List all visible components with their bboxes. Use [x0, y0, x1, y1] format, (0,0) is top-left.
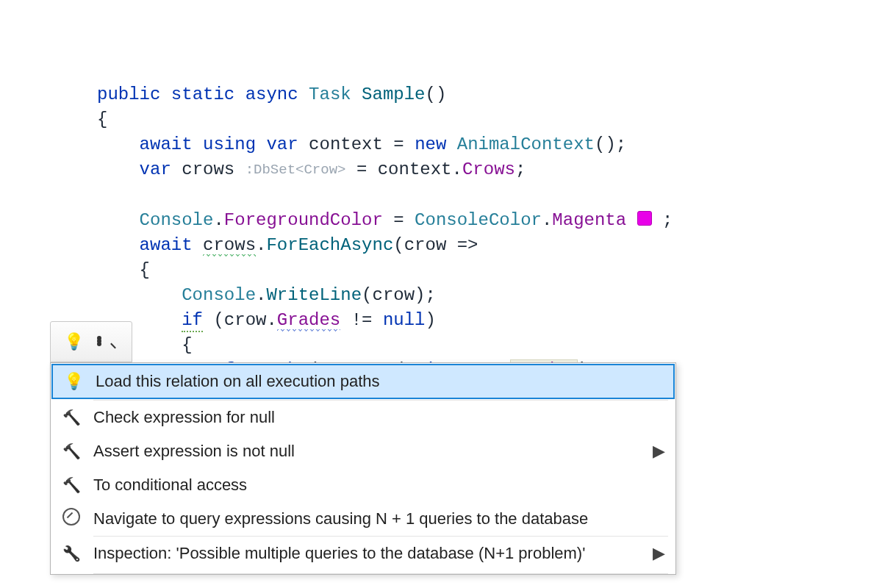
menu-item-load-relation[interactable]: Load this relation on all execution path…: [51, 364, 675, 399]
ident-crows-warn[interactable]: crows: [203, 235, 256, 257]
member-magenta: Magenta: [552, 210, 626, 230]
submenu-arrow-icon: ▶: [653, 544, 665, 563]
type-task: Task: [309, 85, 351, 104]
quickfix-popup[interactable]: Load this relation on all execution path…: [50, 362, 676, 575]
member-crows: Crows: [462, 159, 515, 179]
hammer-icon: [61, 476, 82, 495]
type-animalcontext: AnimalContext: [457, 135, 595, 154]
inspect-icon[interactable]: [100, 334, 119, 350]
menu-label: Assert expression is not null: [93, 442, 295, 461]
method-sample: Sample: [362, 85, 425, 104]
type-consolecolor: ConsoleColor: [415, 210, 542, 230]
menu-item-assert-notnull[interactable]: Assert expression is not null ▶: [51, 434, 675, 468]
hammer-icon: [61, 442, 82, 461]
keyword-using: using: [203, 135, 256, 154]
keyword-await: await: [140, 135, 193, 154]
ident-crows: crows: [182, 159, 234, 179]
menu-label: Load this relation on all execution path…: [96, 372, 379, 391]
menu-label: Check expression for null: [93, 408, 275, 427]
color-swatch-magenta: [637, 211, 652, 226]
keyword-public: public: [97, 85, 160, 104]
keyword-async: async: [245, 85, 298, 104]
lightbulb-icon: [63, 372, 84, 391]
keyword-static: static: [171, 85, 234, 104]
menu-item-navigate-nplus1[interactable]: Navigate to query expressions causing N …: [51, 502, 675, 536]
keyword-null: null: [383, 310, 426, 330]
brace: {: [140, 260, 150, 280]
menu-item-inspection-settings[interactable]: Inspection: 'Possible multiple queries t…: [51, 537, 675, 570]
submenu-arrow-icon: ▶: [653, 442, 665, 461]
keyword-if: if: [182, 310, 203, 332]
member-foregroundcolor: ForegroundColor: [224, 210, 383, 230]
wrench-icon: [61, 544, 82, 563]
keyword-new: new: [415, 135, 446, 154]
lightbulb-icon[interactable]: [64, 332, 83, 351]
ident-context: context: [378, 159, 452, 179]
type-console: Console: [140, 210, 214, 230]
menu-label: To conditional access: [93, 476, 247, 495]
type-hint: :DbSet<Crow>: [245, 162, 346, 178]
brace: {: [182, 335, 192, 355]
menu-label: Inspection: 'Possible multiple queries t…: [93, 544, 585, 563]
method-writeline: WriteLine: [266, 285, 362, 305]
menu-item-check-null[interactable]: Check expression for null: [51, 401, 675, 434]
hammer-icon: [61, 408, 82, 427]
method-foreachasync: ForEachAsync: [266, 235, 393, 255]
menu-item-conditional-access[interactable]: To conditional access: [51, 468, 675, 502]
type-console: Console: [182, 285, 256, 305]
lightbulb-toolbar[interactable]: [50, 321, 132, 362]
menu-label: Navigate to query expressions causing N …: [93, 509, 588, 528]
keyword-var: var: [266, 135, 298, 154]
member-grades-warn[interactable]: Grades: [277, 310, 340, 332]
ident-context: context: [309, 135, 383, 154]
code-editor[interactable]: public static async Task Sample() { awai…: [97, 57, 673, 383]
keyword-var: var: [140, 159, 171, 179]
brace: {: [97, 110, 107, 129]
navigate-icon: [61, 508, 82, 530]
keyword-await: await: [140, 235, 193, 255]
menu-separator: [93, 573, 668, 574]
